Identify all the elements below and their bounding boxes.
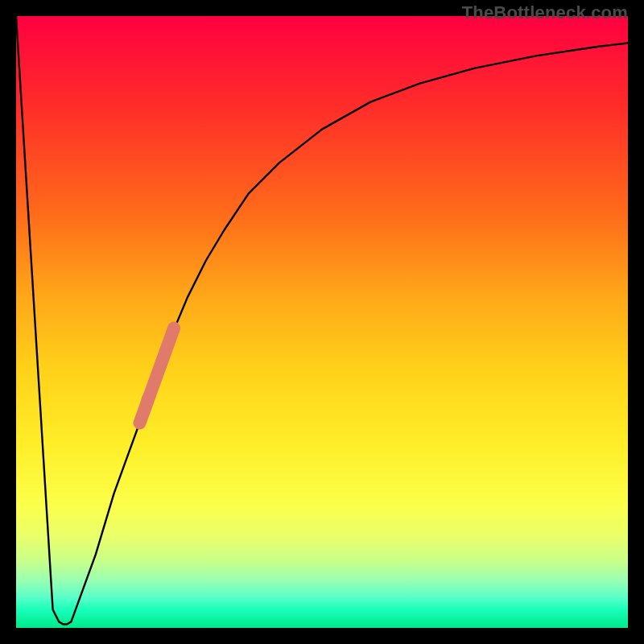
- bottleneck-curve: [16, 16, 628, 624]
- curve-layer: [16, 16, 628, 628]
- highlight-dot: [134, 417, 146, 428]
- chart-stage: TheBottleneck.com: [0, 0, 644, 644]
- plot-area: [16, 16, 628, 628]
- highlight-dot: [141, 394, 154, 407]
- watermark-label: TheBottleneck.com: [462, 2, 628, 23]
